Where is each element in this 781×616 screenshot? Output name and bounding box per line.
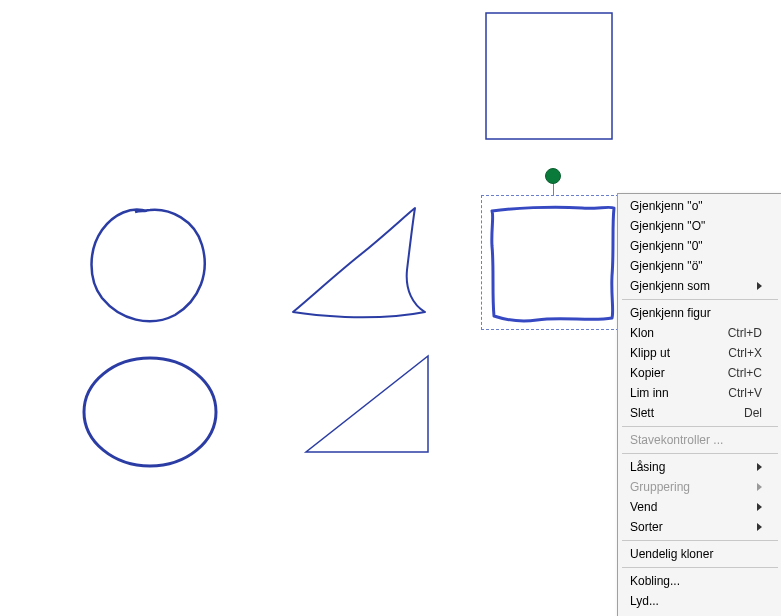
menu-recognize-figure[interactable]: Gjenkjenn figur — [620, 303, 780, 323]
menu-shortcut: Del — [744, 406, 762, 420]
menu-label: Sorter — [630, 520, 663, 534]
menu-label: Vend — [630, 500, 657, 514]
menu-flip[interactable]: Vend — [620, 497, 780, 517]
submenu-arrow-icon — [757, 503, 762, 511]
shape-ellipse-clean[interactable] — [78, 352, 223, 472]
menu-spellcheck: Stavekontroller ... — [620, 430, 780, 450]
menu-label: Lyd... — [630, 594, 659, 608]
selection-box[interactable] — [481, 195, 624, 330]
menu-recognize-o-upper[interactable]: Gjenkjenn "O" — [620, 216, 780, 236]
menu-link[interactable]: Kobling... — [620, 571, 780, 591]
rotation-handle[interactable] — [545, 168, 561, 184]
submenu-arrow-icon — [757, 282, 762, 290]
menu-label: Gjenkjenn "ö" — [630, 259, 703, 273]
submenu-arrow-icon — [757, 463, 762, 471]
menu-recognize-0[interactable]: Gjenkjenn "0" — [620, 236, 780, 256]
context-menu: Gjenkjenn "o" Gjenkjenn "O" Gjenkjenn "0… — [617, 193, 781, 616]
rotation-handle-line — [553, 182, 554, 196]
menu-separator — [622, 426, 778, 427]
menu-sort[interactable]: Sorter — [620, 517, 780, 537]
shape-circle-rough[interactable] — [80, 200, 220, 330]
menu-label: Gjenkjenn som — [630, 279, 710, 293]
menu-separator — [622, 453, 778, 454]
menu-recognize-as[interactable]: Gjenkjenn som — [620, 276, 780, 296]
menu-clone[interactable]: KlonCtrl+D — [620, 323, 780, 343]
menu-delete[interactable]: SlettDel — [620, 403, 780, 423]
menu-label: Gjenkjenn "O" — [630, 219, 705, 233]
menu-label: Kopier — [630, 366, 665, 380]
menu-locking[interactable]: Låsing — [620, 457, 780, 477]
submenu-arrow-icon — [757, 523, 762, 531]
menu-label: Gjenkjenn figur — [630, 306, 711, 320]
menu-shortcut: Ctrl+V — [728, 386, 762, 400]
svg-point-1 — [84, 358, 216, 466]
menu-label: Gjenkjenn "o" — [630, 199, 703, 213]
menu-recognize-o-umlaut[interactable]: Gjenkjenn "ö" — [620, 256, 780, 276]
shape-square-clean[interactable] — [485, 12, 615, 142]
menu-label: Gruppering — [630, 480, 690, 494]
menu-infinite-cloner[interactable]: Uendelig kloner — [620, 544, 780, 564]
menu-paste[interactable]: Lim innCtrl+V — [620, 383, 780, 403]
menu-label: Lim inn — [630, 386, 669, 400]
menu-label: Slett — [630, 406, 654, 420]
menu-separator — [622, 299, 778, 300]
menu-sound[interactable]: Lyd... — [620, 591, 780, 611]
menu-separator — [622, 567, 778, 568]
menu-label: Klipp ut — [630, 346, 670, 360]
submenu-arrow-icon — [757, 483, 762, 491]
svg-rect-0 — [486, 13, 612, 139]
menu-label: Klon — [630, 326, 654, 340]
menu-label: Gjenkjenn "0" — [630, 239, 703, 253]
menu-label: Uendelig kloner — [630, 547, 713, 561]
menu-properties[interactable]: Egenskaper ... — [620, 611, 780, 616]
menu-shortcut: Ctrl+C — [728, 366, 762, 380]
menu-copy[interactable]: KopierCtrl+C — [620, 363, 780, 383]
menu-label: Låsing — [630, 460, 665, 474]
menu-label: Kobling... — [630, 574, 680, 588]
menu-shortcut: Ctrl+D — [728, 326, 762, 340]
menu-cut[interactable]: Klipp utCtrl+X — [620, 343, 780, 363]
shape-triangle-rough[interactable] — [285, 200, 445, 325]
menu-label: Stavekontroller ... — [630, 433, 723, 447]
menu-shortcut: Ctrl+X — [728, 346, 762, 360]
menu-separator — [622, 540, 778, 541]
menu-recognize-o-lower[interactable]: Gjenkjenn "o" — [620, 196, 780, 216]
menu-grouping: Gruppering — [620, 477, 780, 497]
drawing-canvas[interactable]: Gjenkjenn "o" Gjenkjenn "O" Gjenkjenn "0… — [0, 0, 781, 616]
shape-triangle-clean[interactable] — [300, 352, 440, 462]
